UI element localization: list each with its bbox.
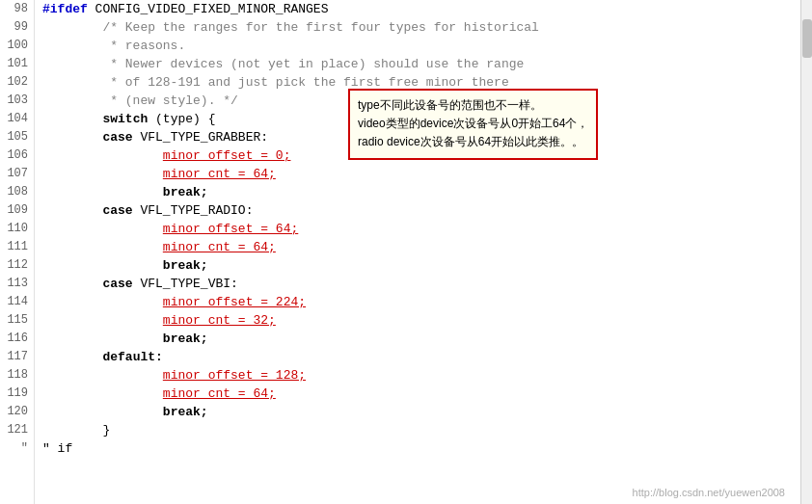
code-line: break; <box>42 330 793 348</box>
code-line: case VFL_TYPE_RADIO: <box>42 201 793 220</box>
code-area: 98 99 100 101 102 103 104 105 106 107 10… <box>0 0 812 504</box>
code-line: * Newer devices (not yet in place) shoul… <box>42 55 793 73</box>
watermark: http://blog.csdn.net/yuewen2008 <box>633 487 785 498</box>
code-line: break; <box>42 183 793 201</box>
code-line: break; <box>42 256 793 275</box>
code-line: minor_cnt = 64; <box>42 165 793 183</box>
tooltip-line1: type不同此设备号的范围也不一样。 <box>358 96 588 115</box>
line-numbers: 98 99 100 101 102 103 104 105 106 107 10… <box>0 0 35 504</box>
code-line: minor_cnt = 64; <box>42 238 793 256</box>
vertical-scrollbar[interactable] <box>800 0 812 504</box>
scroll-thumb[interactable] <box>802 19 812 58</box>
tooltip-line2: video类型的device次设备号从0开始工64个， <box>358 115 588 133</box>
code-line: case VFL_TYPE_VBI: <box>42 275 793 293</box>
editor-container: 98 99 100 101 102 103 104 105 106 107 10… <box>0 0 812 504</box>
code-line: break; <box>42 403 793 421</box>
tooltip: type不同此设备号的范围也不一样。 video类型的device次设备号从0开… <box>348 89 598 160</box>
code-line: #ifdef CONFIG_VIDEO_FIXED_MINOR_RANGES <box>42 0 793 18</box>
code-line: minor_offset = 224; <box>42 293 793 311</box>
code-line: minor_offset = 64; <box>42 220 793 238</box>
code-line: * reasons. <box>42 37 793 55</box>
code-line: " if <box>42 439 793 458</box>
code-line: minor_cnt = 32; <box>42 311 793 330</box>
tooltip-line3: radio device次设备号从64开始以此类推。。 <box>358 133 588 151</box>
code-line: minor_offset = 128; <box>42 366 793 385</box>
code-line: /* Keep the ranges for the first four ty… <box>42 18 793 37</box>
code-line: minor_cnt = 64; <box>42 385 793 403</box>
code-line: } <box>42 421 793 439</box>
code-content: #ifdef CONFIG_VIDEO_FIXED_MINOR_RANGES /… <box>35 0 800 504</box>
code-line: default: <box>42 348 793 366</box>
